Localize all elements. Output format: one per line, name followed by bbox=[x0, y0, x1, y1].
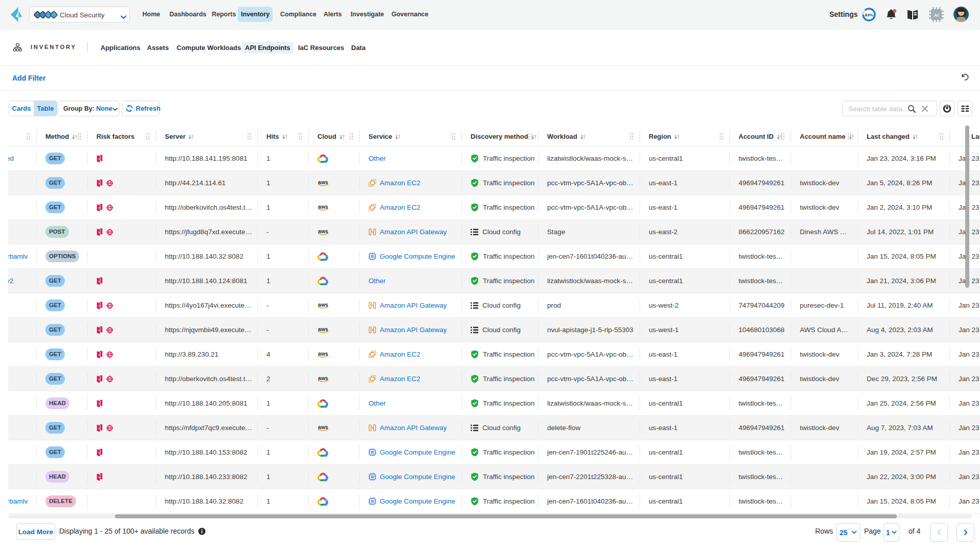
svg-text:aws: aws bbox=[318, 424, 328, 430]
svg-text:AI: AI bbox=[934, 12, 939, 18]
svg-text:aws: aws bbox=[318, 327, 328, 332]
svg-text:aws: aws bbox=[318, 375, 328, 381]
svg-text:aws: aws bbox=[318, 302, 328, 308]
svg-text:aws: aws bbox=[318, 180, 328, 185]
svg-text:83%: 83% bbox=[865, 13, 873, 17]
svg-text:aws: aws bbox=[318, 351, 328, 357]
svg-text:aws: aws bbox=[318, 229, 328, 234]
svg-text:aws: aws bbox=[318, 204, 328, 210]
